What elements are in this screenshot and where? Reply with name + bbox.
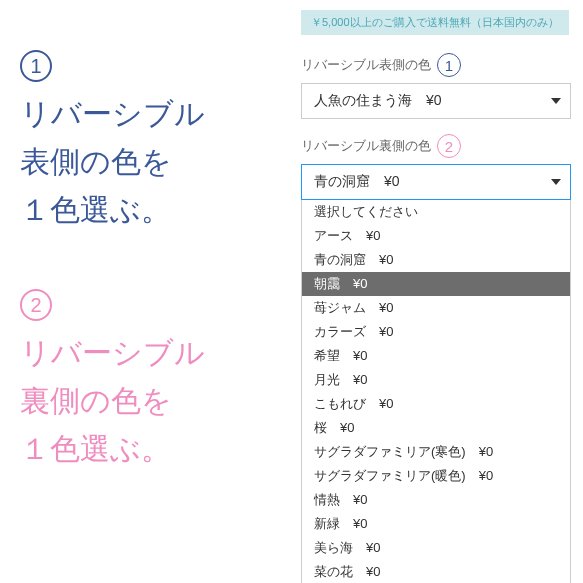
dropdown-option[interactable]: 青の洞窟 ¥0 xyxy=(302,248,570,272)
instruction-step-1: 1 リバーシブル表側の色を１色選ぶ。 xyxy=(20,50,300,234)
field-label-back: リバーシブル裏側の色 xyxy=(301,137,431,155)
dropdown-option[interactable]: サグラダファミリア(寒色) ¥0 xyxy=(302,440,570,464)
step-text-2: リバーシブル裏側の色を１色選ぶ。 xyxy=(20,329,300,473)
badge-number-2: 2 xyxy=(437,134,461,158)
step-text-1: リバーシブル表側の色を１色選ぶ。 xyxy=(20,90,300,234)
field-group-back-color: リバーシブル裏側の色 2 青の洞窟 ¥0 選択してくださいアース ¥0青の洞窟 … xyxy=(301,134,571,200)
dropdown-option[interactable]: 月光 ¥0 xyxy=(302,368,570,392)
dropdown-option[interactable]: アース ¥0 xyxy=(302,224,570,248)
dropdown-option[interactable]: 新緑 ¥0 xyxy=(302,512,570,536)
dropdown-option[interactable]: 情熱 ¥0 xyxy=(302,488,570,512)
badge-number-1: 1 xyxy=(437,53,461,77)
dropdown-option[interactable]: 希望 ¥0 xyxy=(302,344,570,368)
shipping-banner: ￥5,000以上のご購入で送料無料（日本国内のみ） xyxy=(301,10,569,35)
dropdown-list-back-color[interactable]: 選択してくださいアース ¥0青の洞窟 ¥0朝靄 ¥0苺ジャム ¥0カラーズ ¥0… xyxy=(301,200,571,583)
step-number-1: 1 xyxy=(20,50,52,82)
dropdown-option[interactable]: こもれび ¥0 xyxy=(302,392,570,416)
select-back-color[interactable]: 青の洞窟 ¥0 xyxy=(301,164,571,200)
form-area: ￥5,000以上のご購入で送料無料（日本国内のみ） リバーシブル表側の色 1 人… xyxy=(301,10,571,215)
field-group-front-color: リバーシブル表側の色 1 人魚の住まう海 ¥0 xyxy=(301,53,571,119)
select-front-color[interactable]: 人魚の住まう海 ¥0 xyxy=(301,83,571,119)
dropdown-option[interactable]: 美ら海 ¥0 xyxy=(302,536,570,560)
instruction-step-2: 2 リバーシブル裏側の色を１色選ぶ。 xyxy=(20,289,300,473)
dropdown-option[interactable]: 苺ジャム ¥0 xyxy=(302,296,570,320)
dropdown-option[interactable]: 桜 ¥0 xyxy=(302,416,570,440)
dropdown-option[interactable]: カラーズ ¥0 xyxy=(302,320,570,344)
dropdown-option[interactable]: 朝靄 ¥0 xyxy=(302,272,570,296)
dropdown-option[interactable]: 選択してください xyxy=(302,200,570,224)
field-label-front: リバーシブル表側の色 xyxy=(301,56,431,74)
dropdown-option[interactable]: サグラダファミリア(暖色) ¥0 xyxy=(302,464,570,488)
dropdown-option[interactable]: 菜の花 ¥0 xyxy=(302,560,570,583)
step-number-2: 2 xyxy=(20,289,52,321)
